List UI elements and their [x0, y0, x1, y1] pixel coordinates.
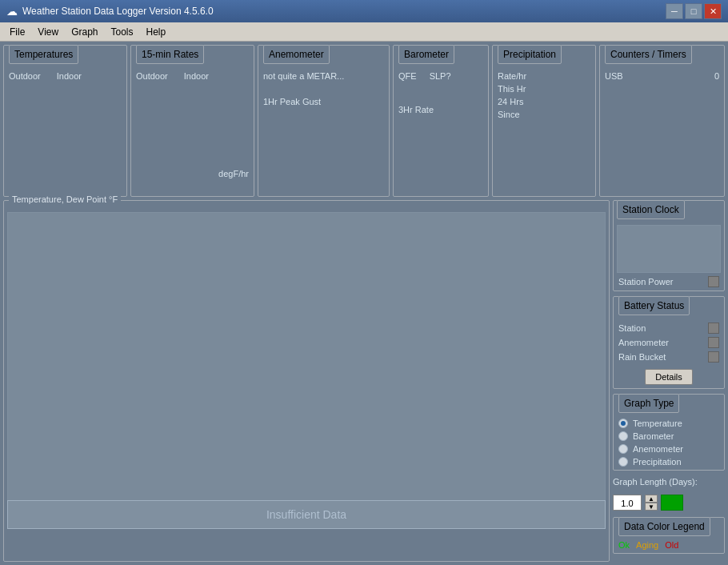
- counters-panel: Counters / Timers USB 0: [599, 45, 725, 197]
- graph-area: Temperature, Dew Point °F Insufficient D…: [3, 200, 610, 562]
- insufficient-data-banner: Insufficient Data: [7, 500, 606, 529]
- precip-rate: Rate/hr: [498, 71, 590, 81]
- rates-indoor-label: Indoor: [184, 71, 209, 81]
- graph-type-options: Temperature Barometer Anemometer Precipi…: [618, 419, 719, 467]
- spinner-down-button[interactable]: ▼: [645, 503, 658, 511]
- baro-3hr-label: 3Hr Rate: [398, 105, 483, 114]
- close-button[interactable]: ✕: [704, 3, 722, 19]
- right-panel: Station Clock Station Power Battery Stat…: [613, 200, 725, 562]
- counters-label: Counters / Timers: [605, 45, 692, 64]
- battery-rainbucket-label: Rain Bucket: [618, 352, 666, 362]
- radio-temperature-icon: [618, 419, 628, 428]
- data-color-legend-label: Data Color Legend: [618, 517, 710, 536]
- precip-24hrs: 24 Hrs: [498, 97, 590, 106]
- rates-unit: degF/hr: [136, 161, 249, 178]
- battery-station-label: Station: [618, 323, 646, 333]
- menu-graph[interactable]: Graph: [65, 25, 104, 39]
- station-power-label: Station Power: [618, 277, 673, 287]
- station-power-led: [708, 276, 719, 287]
- graph-length-value[interactable]: 1.0: [613, 495, 642, 511]
- battery-rainbucket-led: [708, 351, 719, 363]
- counters-content: USB 0: [605, 71, 719, 81]
- precipitation-label: Precipitation: [498, 45, 562, 64]
- graph-type-anemometer[interactable]: Anemometer: [618, 444, 719, 454]
- anemometer-label: Anemometer: [263, 45, 330, 64]
- graph-type-temperature[interactable]: Temperature: [618, 419, 719, 428]
- color-old-label: Old: [665, 540, 678, 550]
- main: Temperatures Outdoor Indoor 15-min Rates…: [0, 42, 728, 565]
- battery-station-led: [708, 323, 719, 334]
- app-icon: ☁: [6, 5, 18, 18]
- graph-type-label: Graph Type: [618, 394, 679, 413]
- temp-col-headers: Outdoor Indoor: [9, 71, 122, 81]
- menu-file[interactable]: File: [3, 25, 31, 39]
- color-ok-label: Ok: [618, 540, 630, 550]
- barometer-label: Barometer: [398, 45, 454, 64]
- graph-length-spinner: ▲ ▼: [645, 495, 658, 511]
- graph-type-panel: Graph Type Temperature Barometer Anemome…: [613, 394, 725, 471]
- graph-color-indicator: [661, 495, 683, 511]
- battery-status-panel: Battery Status Station Anemometer Rain B…: [613, 296, 725, 389]
- spinner-up-button[interactable]: ▲: [645, 495, 658, 503]
- anemometer-panel: Anemometer not quite a METAR... 1Hr Peak…: [258, 45, 390, 197]
- baro-headers: QFE SLP?: [398, 71, 483, 81]
- baro-slp-label: SLP?: [430, 71, 451, 81]
- usb-value: 0: [714, 71, 719, 81]
- temperatures-panel: Temperatures Outdoor Indoor: [3, 45, 127, 197]
- battery-status-label: Battery Status: [618, 296, 690, 315]
- temp-indoor-label: Indoor: [57, 71, 82, 81]
- clock-display: [617, 225, 721, 273]
- barometer-panel: Barometer QFE SLP? 3Hr Rate: [393, 45, 489, 197]
- rates-outdoor-label: Outdoor: [136, 71, 168, 81]
- minimize-button[interactable]: ─: [666, 3, 683, 19]
- graph-length-label: Graph Length (Days):: [613, 477, 698, 487]
- maximize-button[interactable]: □: [685, 3, 702, 19]
- battery-anemometer-row: Anemometer: [618, 337, 719, 348]
- anemometer-content: not quite a METAR... 1Hr Peak Gust: [263, 71, 384, 106]
- battery-rainbucket-row: Rain Bucket: [618, 351, 719, 363]
- battery-anemometer-label: Anemometer: [618, 338, 669, 347]
- radio-barometer-icon: [618, 431, 628, 441]
- menubar: File View Graph Tools Help: [0, 22, 728, 42]
- top-panels: Temperatures Outdoor Indoor 15-min Rates…: [3, 45, 725, 197]
- graph-canvas: [7, 212, 606, 526]
- station-clock-panel: Station Clock Station Power: [613, 200, 725, 291]
- titlebar-title: Weather Station Data Logger Version 4.5.…: [22, 6, 214, 17]
- menu-tools[interactable]: Tools: [105, 25, 140, 39]
- radio-anemometer-label: Anemometer: [633, 444, 683, 454]
- graph-type-barometer[interactable]: Barometer: [618, 431, 719, 441]
- rates-panel: 15-min Rates Outdoor Indoor degF/hr: [130, 45, 254, 197]
- graph-type-precipitation[interactable]: Precipitation: [618, 457, 719, 467]
- radio-temperature-label: Temperature: [633, 419, 682, 428]
- menu-view[interactable]: View: [31, 25, 65, 39]
- graph-length-row: Graph Length (Days):: [613, 475, 725, 488]
- rates-label: 15-min Rates: [136, 45, 204, 64]
- bottom-row: Temperature, Dew Point °F Insufficient D…: [3, 200, 725, 562]
- rates-col-headers: Outdoor Indoor: [136, 71, 249, 81]
- titlebar-left: ☁ Weather Station Data Logger Version 4.…: [6, 5, 214, 18]
- baro-qfe-label: QFE: [398, 71, 417, 81]
- radio-barometer-label: Barometer: [633, 431, 674, 441]
- battery-station-row: Station: [618, 323, 719, 334]
- battery-rows: Station Anemometer Rain Bucket: [618, 323, 719, 363]
- radio-anemometer-icon: [618, 444, 628, 454]
- details-button[interactable]: Details: [645, 369, 693, 385]
- usb-label: USB: [605, 71, 623, 81]
- precip-this-hr: This Hr: [498, 84, 590, 94]
- color-aging-label: Aging: [636, 540, 658, 550]
- anemometer-line1: not quite a METAR...: [263, 71, 384, 81]
- menu-help[interactable]: Help: [140, 25, 173, 39]
- station-clock-label: Station Clock: [617, 200, 685, 219]
- insufficient-data-text: Insufficient Data: [266, 508, 346, 521]
- station-power-row: Station Power: [617, 276, 721, 287]
- precip-rows: Rate/hr This Hr 24 Hrs Since: [498, 71, 590, 119]
- temperatures-label: Temperatures: [9, 45, 78, 64]
- graph-legend-label: Temperature, Dew Point °F: [9, 194, 121, 204]
- radio-precipitation-label: Precipitation: [633, 457, 682, 467]
- data-color-legend-panel: Data Color Legend Ok Aging Old: [613, 517, 725, 554]
- battery-anemometer-led: [708, 337, 719, 348]
- titlebar-controls: ─ □ ✕: [666, 3, 722, 19]
- anemometer-line2: 1Hr Peak Gust: [263, 97, 384, 106]
- graph-length-controls: 1.0 ▲ ▼: [613, 493, 725, 512]
- precipitation-panel: Precipitation Rate/hr This Hr 24 Hrs Sin…: [492, 45, 596, 197]
